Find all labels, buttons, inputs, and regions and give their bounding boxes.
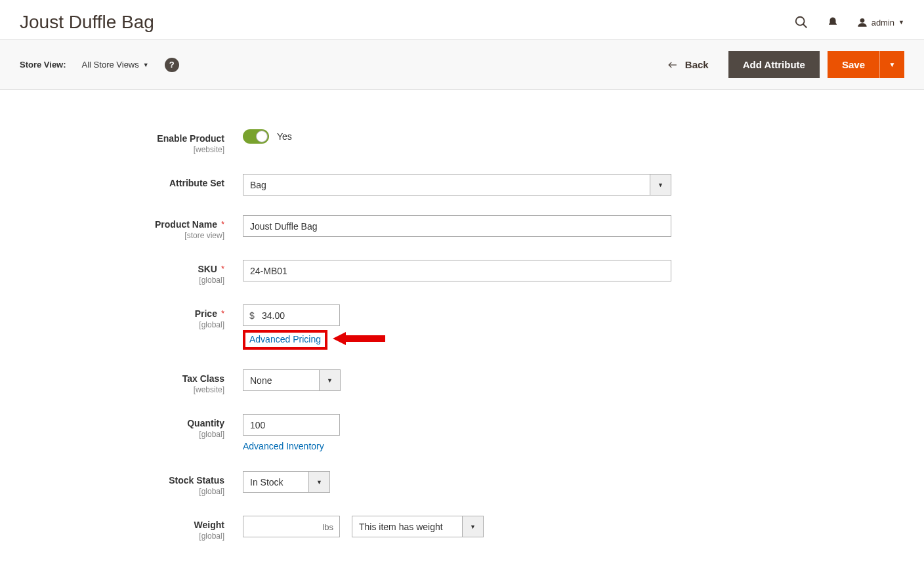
svg-line-1 xyxy=(803,24,807,28)
product-name-input[interactable] xyxy=(243,215,671,237)
sku-label: SKU xyxy=(198,264,217,274)
tax-class-value: None xyxy=(243,369,319,391)
quantity-input[interactable] xyxy=(243,414,340,436)
user-icon xyxy=(857,17,868,28)
save-dropdown-toggle[interactable]: ▼ xyxy=(879,51,904,78)
stock-status-select[interactable]: In Stock ▼ xyxy=(243,471,330,493)
stock-status-label: Stock Status xyxy=(20,475,224,486)
advanced-inventory-link[interactable]: Advanced Inventory xyxy=(243,441,324,451)
product-name-label: Product Name xyxy=(155,219,217,230)
toggle-knob xyxy=(256,131,268,142)
page-title: Joust Duffle Bag xyxy=(20,12,154,33)
caret-down-icon: ▼ xyxy=(650,174,671,196)
enable-product-scope: [website] xyxy=(20,145,224,154)
caret-down-icon: ▼ xyxy=(143,62,149,68)
required-mark: * xyxy=(221,219,224,229)
caret-down-icon: ▼ xyxy=(898,19,904,26)
sku-input[interactable] xyxy=(243,260,671,281)
enable-product-label: Enable Product xyxy=(20,133,224,144)
help-icon[interactable]: ? xyxy=(165,58,179,72)
required-mark: * xyxy=(221,308,224,318)
stock-status-scope: [global] xyxy=(20,487,224,496)
weight-unit: lbs xyxy=(322,522,333,531)
search-icon[interactable] xyxy=(794,15,808,30)
notifications-icon[interactable] xyxy=(827,16,839,28)
currency-symbol: $ xyxy=(249,310,255,321)
weight-label: Weight xyxy=(20,520,224,530)
caret-down-icon: ▼ xyxy=(319,369,341,391)
weight-scope: [global] xyxy=(20,531,224,541)
attribute-set-select[interactable]: Bag ▼ xyxy=(243,174,671,196)
quantity-label: Quantity xyxy=(20,418,224,428)
advanced-pricing-highlight: Advanced Pricing xyxy=(243,330,327,350)
tax-class-label: Tax Class xyxy=(20,373,224,384)
user-menu[interactable]: admin ▼ xyxy=(857,17,904,28)
sku-scope: [global] xyxy=(20,276,224,285)
tax-class-scope: [website] xyxy=(20,385,224,394)
price-scope: [global] xyxy=(20,320,224,329)
enable-product-value: Yes xyxy=(277,131,292,142)
quantity-scope: [global] xyxy=(20,430,224,439)
back-label: Back xyxy=(685,59,709,70)
caret-down-icon: ▼ xyxy=(889,61,896,68)
save-button[interactable]: Save xyxy=(828,51,879,78)
weight-has-weight-select[interactable]: This item has weight ▼ xyxy=(352,516,484,537)
user-label: admin xyxy=(872,18,894,28)
weight-has-weight-value: This item has weight xyxy=(352,516,462,537)
caret-down-icon: ▼ xyxy=(462,516,484,537)
price-input[interactable] xyxy=(243,304,340,326)
svg-point-0 xyxy=(795,17,804,26)
caret-down-icon: ▼ xyxy=(308,471,330,493)
store-view-selector[interactable]: All Store Views ▼ xyxy=(82,60,149,70)
back-button[interactable]: Back xyxy=(667,59,709,70)
svg-point-2 xyxy=(860,18,864,23)
add-attribute-button[interactable]: Add Attribute xyxy=(728,51,820,78)
stock-status-value: In Stock xyxy=(243,471,308,493)
arrow-callout-icon xyxy=(333,330,385,347)
store-view-value: All Store Views xyxy=(82,60,139,70)
attribute-set-label: Attribute Set xyxy=(20,178,224,188)
enable-product-toggle[interactable] xyxy=(243,129,269,144)
required-mark: * xyxy=(221,264,224,274)
product-name-scope: [store view] xyxy=(20,231,224,240)
svg-marker-4 xyxy=(333,332,385,345)
tax-class-select[interactable]: None ▼ xyxy=(243,369,341,391)
attribute-set-value: Bag xyxy=(243,174,650,196)
price-label: Price xyxy=(195,308,217,319)
store-view-label: Store View: xyxy=(20,60,66,70)
arrow-left-icon xyxy=(667,60,679,70)
advanced-pricing-link[interactable]: Advanced Pricing xyxy=(249,334,321,344)
